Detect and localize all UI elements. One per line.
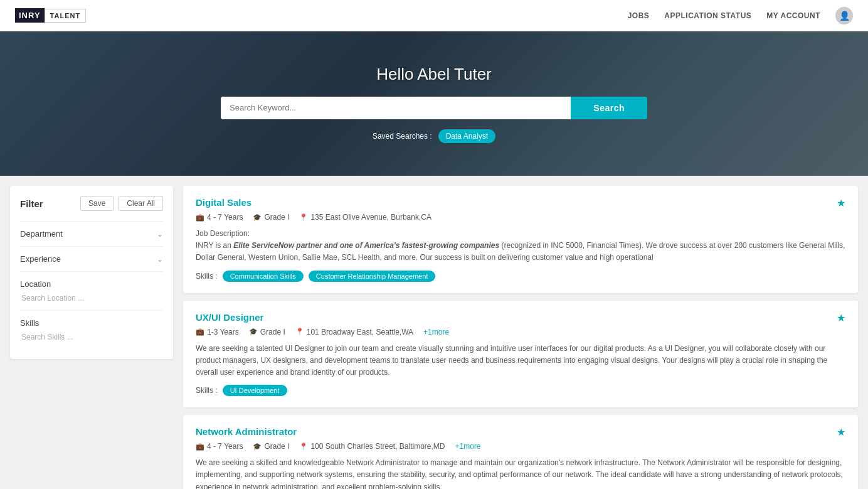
job-card-header: UX/UI Designer ★ bbox=[196, 312, 845, 324]
job-meta-network-admin: 💼 4 - 7 Years 🎓 Grade I 📍 100 South Char… bbox=[196, 442, 845, 451]
location-meta: 📍 135 East Olive Avenue, Burbank,CA bbox=[299, 213, 431, 222]
skills-row-digital-sales: Skills : Communication Skills Customer R… bbox=[196, 271, 845, 282]
nav-my-account[interactable]: MY ACCOUNT bbox=[766, 11, 820, 20]
nav-application-status[interactable]: APPLICATION STATUS bbox=[664, 11, 751, 20]
job-meta-uxui: 💼 1-3 Years 🎓 Grade I 📍 101 Broadway Eas… bbox=[196, 328, 845, 336]
pin-icon: 📍 bbox=[299, 443, 308, 451]
job-description-network-admin: We are seeking a skilled and knowledgeab… bbox=[196, 457, 845, 489]
experience-value: 4 - 7 Years bbox=[207, 213, 243, 222]
experience-meta: 💼 4 - 7 Years bbox=[196, 213, 243, 222]
hero-section: Hello Abel Tuter Search Saved Searches :… bbox=[0, 31, 868, 176]
experience-value: 4 - 7 Years bbox=[207, 442, 243, 451]
job-card-digital-sales: Digital Sales ★ 💼 4 - 7 Years 🎓 Grade I … bbox=[183, 186, 858, 293]
filter-header: Filter Save Clear All bbox=[20, 196, 163, 211]
pin-icon: 📍 bbox=[295, 328, 304, 336]
location-meta: 📍 100 South Charles Street, Baltimore,MD bbox=[299, 442, 445, 451]
job-card-header: Digital Sales ★ bbox=[196, 197, 845, 209]
grade-value: Grade I bbox=[264, 213, 289, 222]
experience-meta: 💼 1-3 Years bbox=[196, 328, 239, 336]
skills-header: Skills bbox=[20, 318, 163, 328]
more-locations-link[interactable]: +1more bbox=[423, 328, 449, 336]
bookmark-icon-uxui[interactable]: ★ bbox=[837, 312, 845, 324]
filter-skills: Skills Search Skills ... bbox=[20, 310, 163, 349]
hero-greeting: Hello Abel Tuter bbox=[376, 65, 492, 84]
briefcase-icon: 💼 bbox=[196, 213, 204, 222]
experience-header[interactable]: Experience ⌄ bbox=[20, 254, 163, 264]
skills-search[interactable]: Search Skills ... bbox=[20, 333, 163, 341]
bookmark-icon-digital-sales[interactable]: ★ bbox=[837, 197, 845, 209]
main-layout: Filter Save Clear All Department ⌄ Exper… bbox=[0, 176, 868, 489]
filter-title: Filter bbox=[20, 198, 43, 209]
location-meta: 📍 101 Broadway East, Seattle,WA bbox=[295, 328, 413, 336]
department-chevron-icon: ⌄ bbox=[157, 230, 163, 239]
filter-department: Department ⌄ bbox=[20, 221, 163, 246]
experience-value: 1-3 Years bbox=[207, 328, 239, 336]
experience-meta: 💼 4 - 7 Years bbox=[196, 442, 243, 451]
skill-communication[interactable]: Communication Skills bbox=[223, 271, 304, 282]
department-header[interactable]: Department ⌄ bbox=[20, 229, 163, 239]
location-label: Location bbox=[20, 279, 51, 289]
clear-all-button[interactable]: Clear All bbox=[119, 196, 163, 211]
skills-label: Skills : bbox=[196, 386, 218, 395]
briefcase-icon: 💼 bbox=[196, 328, 204, 336]
job-title-network-admin[interactable]: Network Administrator bbox=[196, 426, 297, 437]
briefcase-icon: 💼 bbox=[196, 443, 204, 451]
logo-talent: TALENT bbox=[45, 9, 87, 23]
nav-links: JOBS APPLICATION STATUS MY ACCOUNT 👤 bbox=[628, 7, 853, 24]
experience-label: Experience bbox=[20, 254, 61, 264]
experience-chevron-icon: ⌄ bbox=[157, 255, 163, 264]
location-value: 101 Broadway East, Seattle,WA bbox=[307, 328, 413, 336]
job-card-header: Network Administrator ★ bbox=[196, 426, 845, 438]
job-title-digital-sales[interactable]: Digital Sales bbox=[196, 197, 251, 208]
search-input[interactable] bbox=[221, 97, 571, 119]
grade-meta: 🎓 Grade I bbox=[249, 328, 285, 336]
job-listings: Digital Sales ★ 💼 4 - 7 Years 🎓 Grade I … bbox=[183, 186, 858, 489]
pin-icon: 📍 bbox=[299, 213, 308, 222]
filter-actions: Save Clear All bbox=[80, 196, 163, 211]
location-value: 100 South Charles Street, Baltimore,MD bbox=[310, 442, 445, 451]
saved-searches-label: Saved Searches : bbox=[373, 132, 432, 141]
location-search[interactable]: Search Location ... bbox=[20, 294, 163, 303]
grade-meta: 🎓 Grade I bbox=[253, 213, 289, 222]
skills-row-uxui: Skills : UI Development bbox=[196, 385, 845, 396]
filter-experience: Experience ⌄ bbox=[20, 246, 163, 271]
skill-crm[interactable]: Customer Relationship Management bbox=[309, 271, 436, 282]
header: INRY TALENT JOBS APPLICATION STATUS MY A… bbox=[0, 0, 868, 31]
graduation-icon: 🎓 bbox=[253, 443, 262, 451]
location-header: Location bbox=[20, 279, 163, 289]
job-card-network-admin: Network Administrator ★ 💼 4 - 7 Years 🎓 … bbox=[183, 415, 858, 489]
description-italic: Elite ServiceNow partner and one of Amer… bbox=[233, 241, 499, 250]
save-filter-button[interactable]: Save bbox=[80, 196, 114, 211]
job-meta-digital-sales: 💼 4 - 7 Years 🎓 Grade I 📍 135 East Olive… bbox=[196, 213, 845, 222]
job-card-uxui-designer: UX/UI Designer ★ 💼 1-3 Years 🎓 Grade I 📍… bbox=[183, 301, 858, 408]
skills-label: Skills : bbox=[196, 272, 218, 281]
graduation-icon: 🎓 bbox=[253, 213, 262, 222]
user-avatar[interactable]: 👤 bbox=[835, 7, 853, 24]
search-button[interactable]: Search bbox=[571, 97, 647, 119]
filter-sidebar: Filter Save Clear All Department ⌄ Exper… bbox=[10, 186, 173, 359]
graduation-icon: 🎓 bbox=[249, 328, 258, 336]
logo-inry: INRY bbox=[15, 8, 45, 23]
skill-ui-development[interactable]: UI Development bbox=[223, 385, 287, 396]
more-locations-link-network[interactable]: +1more bbox=[455, 442, 481, 451]
search-bar: Search bbox=[221, 97, 647, 119]
logo: INRY TALENT bbox=[15, 8, 86, 23]
bookmark-icon-network-admin[interactable]: ★ bbox=[837, 426, 845, 438]
saved-search-tag-data-analyst[interactable]: Data Analyst bbox=[438, 129, 495, 143]
filter-location: Location Search Location ... bbox=[20, 271, 163, 310]
grade-value: Grade I bbox=[264, 442, 289, 451]
skills-label: Skills bbox=[20, 318, 39, 328]
grade-meta: 🎓 Grade I bbox=[253, 442, 289, 451]
saved-searches: Saved Searches : Data Analyst bbox=[373, 129, 495, 143]
job-description-digital-sales: Job Description: INRY is an Elite Servic… bbox=[196, 228, 845, 264]
department-label: Department bbox=[20, 229, 63, 239]
grade-value: Grade I bbox=[260, 328, 285, 336]
location-value: 135 East Olive Avenue, Burbank,CA bbox=[310, 213, 431, 222]
job-description-uxui: We are seeking a talented UI Designer to… bbox=[196, 343, 845, 379]
job-title-uxui[interactable]: UX/UI Designer bbox=[196, 312, 263, 323]
nav-jobs[interactable]: JOBS bbox=[628, 11, 650, 20]
